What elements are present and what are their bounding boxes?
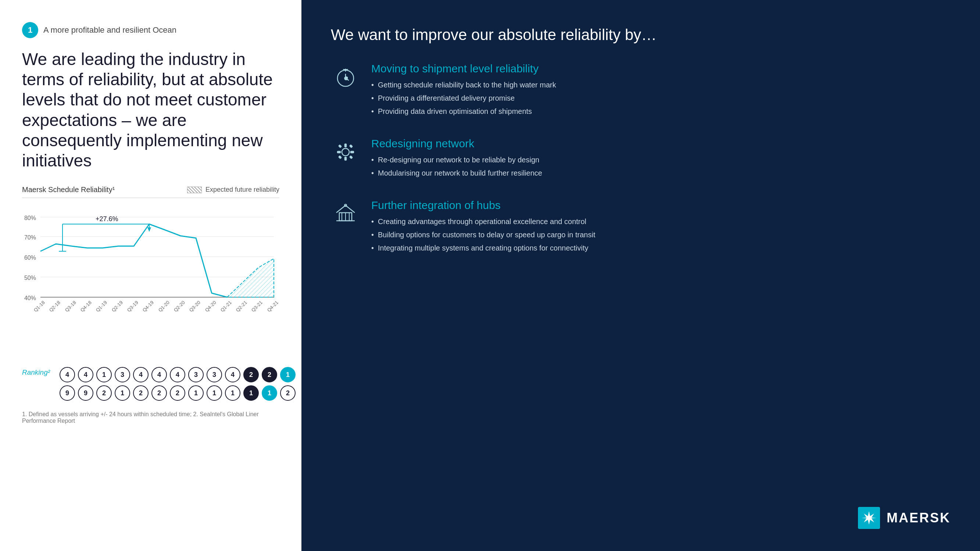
maersk-star-icon bbox=[858, 507, 880, 529]
initiative-network: Redesigning network Re-designing our net… bbox=[331, 137, 951, 181]
rank-bubble-h5: 2 bbox=[133, 385, 148, 401]
initiative-network-content: Redesigning network Re-designing our net… bbox=[371, 137, 542, 181]
hamburg-ranking-row: 9 9 2 1 2 2 2 1 1 1 1 1 2 Hamburg Süd bbox=[60, 384, 332, 402]
maersk-logo: MAERSK bbox=[331, 507, 951, 529]
svg-marker-58 bbox=[862, 511, 877, 524]
rank-bubble-h11: 1 bbox=[243, 385, 259, 401]
svg-rect-46 bbox=[337, 151, 340, 153]
rank-bubble-m10: 4 bbox=[225, 367, 240, 383]
right-heading: We want to improve our absolute reliabil… bbox=[331, 26, 951, 44]
svg-text:Q1-18: Q1-18 bbox=[33, 300, 46, 313]
chart-container: 80% 70% 60% 50% 40% Q1-18 Q2-18 Q3-18 Q4… bbox=[22, 205, 279, 360]
chart-svg: 80% 70% 60% 50% 40% Q1-18 Q2-18 Q3-18 Q4… bbox=[22, 205, 279, 360]
rank-bubble-h12: 1 bbox=[262, 385, 277, 401]
initiative-hubs-bullets: Creating advantages through operational … bbox=[371, 216, 595, 254]
chart-section: Maersk Schedule Reliability¹ Expected fu… bbox=[22, 186, 279, 536]
chart-title: Maersk Schedule Reliability¹ bbox=[22, 186, 115, 194]
bullet-item: Integrating multiple systems and creatin… bbox=[371, 243, 595, 254]
initiative-shipment-title: Moving to shipment level reliability bbox=[371, 62, 556, 75]
chart-divider bbox=[22, 198, 279, 198]
initiative-shipment-content: Moving to shipment level reliability Get… bbox=[371, 62, 556, 119]
left-panel: 1 A more profitable and resilient Ocean … bbox=[0, 0, 301, 551]
legend-label: Expected future reliability bbox=[205, 186, 279, 194]
rank-bubble-m11: 2 bbox=[243, 367, 259, 383]
svg-text:50%: 50% bbox=[24, 275, 36, 281]
svg-text:⏱: ⏱ bbox=[344, 76, 348, 81]
svg-text:Q3-20: Q3-20 bbox=[188, 300, 202, 313]
chart-header: Maersk Schedule Reliability¹ Expected fu… bbox=[22, 186, 279, 194]
svg-text:Q2-20: Q2-20 bbox=[173, 300, 186, 313]
main-heading: We are leading the industry in terms of … bbox=[22, 49, 279, 171]
initiative-network-bullets: Re-designing our network to be reliable … bbox=[371, 154, 542, 178]
ranking-section: Ranking² 4 4 1 3 4 4 4 3 3 4 2 bbox=[22, 367, 279, 404]
rank-bubble-h9: 1 bbox=[207, 385, 222, 401]
initiative-network-title: Redesigning network bbox=[371, 137, 542, 150]
rank-bubble-h13: 2 bbox=[280, 385, 296, 401]
network-icon bbox=[331, 137, 360, 167]
svg-text:Q3-18: Q3-18 bbox=[64, 300, 77, 313]
svg-text:Q4-20: Q4-20 bbox=[204, 300, 217, 313]
bullet-item: Modularising our network to build furthe… bbox=[371, 167, 542, 178]
rank-bubble-h10: 1 bbox=[225, 385, 240, 401]
rank-bubble-h2: 9 bbox=[78, 385, 93, 401]
svg-text:Q2-18: Q2-18 bbox=[48, 300, 61, 313]
footnote: 1. Defined as vessels arriving +/- 24 ho… bbox=[22, 411, 279, 424]
svg-text:Q1-20: Q1-20 bbox=[158, 300, 170, 313]
initiative-hubs-content: Further integration of hubs Creating adv… bbox=[371, 199, 595, 256]
svg-marker-33 bbox=[147, 227, 151, 232]
rank-bubble-m13: 1 bbox=[280, 367, 296, 383]
bullet-item: Re-designing our network to be reliable … bbox=[371, 154, 542, 165]
svg-text:+27.6%: +27.6% bbox=[95, 215, 118, 222]
svg-marker-27 bbox=[227, 259, 274, 297]
svg-rect-45 bbox=[345, 157, 346, 160]
svg-text:Q1-19: Q1-19 bbox=[95, 300, 108, 313]
bullet-item: Providing a differentiated delivery prom… bbox=[371, 92, 556, 103]
svg-rect-44 bbox=[345, 144, 346, 147]
initiative-shipment: ⏱ Moving to shipment level reliability G… bbox=[331, 62, 951, 119]
right-panel: We want to improve our absolute reliabil… bbox=[301, 0, 980, 551]
initiative-shipment-bullets: Getting schedule reliability back to the… bbox=[371, 79, 556, 117]
shipment-icon: ⏱ bbox=[331, 62, 360, 92]
svg-text:Q3-21: Q3-21 bbox=[250, 300, 264, 313]
rank-bubble-h6: 2 bbox=[151, 385, 167, 401]
chart-legend: Expected future reliability bbox=[187, 186, 279, 194]
svg-rect-48 bbox=[339, 145, 341, 148]
svg-text:80%: 80% bbox=[24, 215, 36, 221]
hubs-icon bbox=[331, 199, 360, 229]
svg-rect-51 bbox=[350, 156, 352, 159]
rank-bubble-h4: 1 bbox=[115, 385, 130, 401]
rank-bubble-m9: 3 bbox=[207, 367, 222, 383]
rank-bubble-m4: 3 bbox=[115, 367, 130, 383]
rank-bubble-m7: 4 bbox=[170, 367, 185, 383]
rank-bubble-h1: 9 bbox=[60, 385, 75, 401]
svg-text:40%: 40% bbox=[24, 295, 36, 301]
rank-bubble-m6: 4 bbox=[151, 367, 167, 383]
svg-text:Q4-19: Q4-19 bbox=[142, 300, 155, 313]
step-number: 1 bbox=[22, 22, 38, 38]
svg-text:Q2-19: Q2-19 bbox=[111, 300, 124, 313]
step-badge: 1 A more profitable and resilient Ocean bbox=[22, 22, 279, 38]
rank-bubble-m5: 4 bbox=[133, 367, 148, 383]
svg-text:Q4-21: Q4-21 bbox=[266, 300, 279, 313]
rank-bubble-h3: 2 bbox=[96, 385, 112, 401]
bullet-item: Creating advantages through operational … bbox=[371, 216, 595, 227]
svg-text:60%: 60% bbox=[24, 254, 36, 261]
rank-bubble-m2: 4 bbox=[78, 367, 93, 383]
initiative-hubs-title: Further integration of hubs bbox=[371, 199, 595, 211]
rank-bubble-h8: 1 bbox=[188, 385, 204, 401]
svg-point-42 bbox=[342, 148, 349, 156]
svg-rect-47 bbox=[351, 151, 354, 153]
svg-rect-50 bbox=[339, 156, 341, 159]
svg-text:Q1-21: Q1-21 bbox=[220, 300, 233, 313]
initiative-hubs: Further integration of hubs Creating adv… bbox=[331, 199, 951, 256]
svg-text:Q2-21: Q2-21 bbox=[235, 300, 248, 313]
bullet-item: Providing data driven optimisation of sh… bbox=[371, 106, 556, 117]
svg-text:Q4-18: Q4-18 bbox=[80, 300, 92, 313]
maersk-ranking-row: 4 4 1 3 4 4 4 3 3 4 2 2 1 Maersk bbox=[60, 367, 332, 383]
maersk-name-text: MAERSK bbox=[887, 510, 951, 526]
step-label: A more profitable and resilient Ocean bbox=[43, 25, 177, 35]
ranking-label: Ranking² bbox=[22, 367, 55, 376]
rank-bubble-m3: 1 bbox=[96, 367, 112, 383]
rank-bubble-m8: 3 bbox=[188, 367, 204, 383]
rank-bubble-h7: 2 bbox=[170, 385, 185, 401]
